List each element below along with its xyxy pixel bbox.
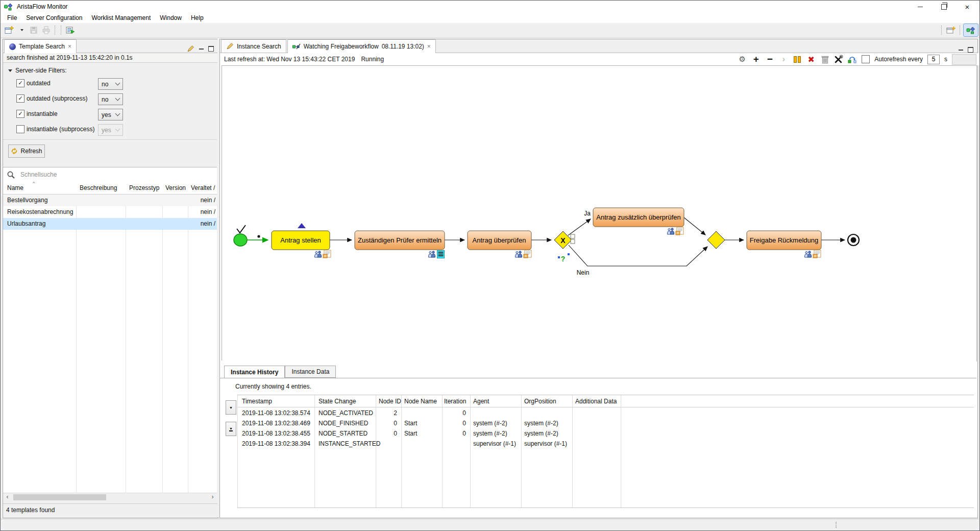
col-veraltet[interactable]: Veraltet / xyxy=(191,184,215,191)
tab-instance-data[interactable]: Instance Data xyxy=(285,366,336,378)
zoom-in-icon[interactable]: + xyxy=(751,55,761,64)
menu-worklist-management[interactable]: Worklist Management xyxy=(87,13,155,22)
status-drag-handle[interactable] xyxy=(836,522,838,528)
end-event[interactable] xyxy=(848,234,859,246)
col-version[interactable]: Version xyxy=(165,184,186,191)
col-iteration[interactable]: Iteration xyxy=(444,398,466,405)
abort-icon[interactable]: ✖ xyxy=(806,55,816,64)
gateway-xor-split[interactable]: X ? xyxy=(554,231,575,263)
window-title: AristaFlow Monitor xyxy=(17,3,67,10)
tab-close-icon[interactable]: × xyxy=(68,43,71,50)
form-icon xyxy=(524,250,531,258)
scroll-right-arrow[interactable]: › xyxy=(208,493,217,501)
agents-icon xyxy=(668,228,674,234)
instantiable-subprocess-checkbox[interactable] xyxy=(16,125,24,133)
search-pen-icon[interactable] xyxy=(187,45,194,53)
outdated-subprocess-select-value: no xyxy=(99,96,108,103)
new-dropdown-button[interactable] xyxy=(15,25,28,36)
server-side-filters-header[interactable]: Server-side Filters: xyxy=(8,67,67,74)
search-status-text: search finished at 2019-11-13 15:42:20 i… xyxy=(3,53,220,63)
node-antrag-ueberpruefen[interactable]: Antrag überprüfen xyxy=(468,231,531,258)
restore-button[interactable] xyxy=(932,1,955,13)
scrollbar-thumb[interactable] xyxy=(13,494,106,500)
tab-instance-history[interactable]: Instance History xyxy=(224,366,285,378)
history-row[interactable]: 2019-11-08 13:02:38.469 NODE_FINISHED 0 … xyxy=(238,418,974,428)
history-tab-divider xyxy=(220,378,976,378)
outdated-subprocess-select[interactable]: no xyxy=(98,93,123,105)
col-node-name[interactable]: Node Name xyxy=(404,398,437,405)
col-node-id[interactable]: Node ID xyxy=(379,398,401,405)
list-icon xyxy=(437,251,445,258)
migrate-instance-icon[interactable] xyxy=(848,55,857,64)
start-event[interactable] xyxy=(234,225,260,246)
menu-server-configuration[interactable]: Server Configuration xyxy=(21,13,87,22)
save-button[interactable] xyxy=(28,25,40,36)
maximize-view-icon[interactable] xyxy=(968,47,973,53)
node-freigabe-rueckmeldung[interactable]: Freigabe Rückmeldung xyxy=(747,231,821,258)
settings-gear-icon[interactable]: ⚙ xyxy=(738,55,747,64)
node-antrag-stellen[interactable]: Antrag stellen xyxy=(272,223,331,258)
autorefresh-interval-input[interactable] xyxy=(927,55,940,64)
col-beschreibung[interactable]: Beschreibung xyxy=(80,184,117,191)
scroll-left-arrow[interactable]: ‹ xyxy=(3,493,12,501)
col-timestamp[interactable]: Timestamp xyxy=(242,398,272,405)
table-row-reisekostenabrechnung[interactable]: Reisekostenabrechnung nein / xyxy=(3,206,217,218)
maximize-view-icon[interactable] xyxy=(208,46,214,52)
filters-separator xyxy=(3,139,217,140)
node-zustaendigen-pruefer-ermitteln[interactable]: Zuständigen Prüfer ermitteln xyxy=(355,231,445,258)
minimize-view-icon[interactable] xyxy=(199,49,204,50)
outdated-select[interactable]: no xyxy=(98,78,123,90)
new-template-search-button[interactable] xyxy=(3,25,15,36)
tab-instance-search[interactable]: Instance Search xyxy=(221,39,286,53)
node-antrag-zusaetzlich-ueberpruefen[interactable]: Antrag zusätzlich überprüfen xyxy=(593,208,684,235)
col-orgposition[interactable]: OrgPosition xyxy=(524,398,556,405)
instance-history-panel: Instance History Instance Data Currently… xyxy=(220,360,976,517)
instance-view-tabbar: Instance Search Watching Freigabeworkflo… xyxy=(220,39,977,53)
cell-state: NODE_FINISHED xyxy=(318,418,368,428)
minimize-view-icon[interactable] xyxy=(959,50,963,51)
tab-close-icon[interactable]: × xyxy=(427,43,431,50)
horizontal-scrollbar[interactable]: ‹ › xyxy=(3,493,217,502)
admin-tools-icon[interactable] xyxy=(834,55,843,64)
menu-help[interactable]: Help xyxy=(186,13,208,22)
history-row[interactable]: 2019-11-08 13:02:38.455 NODE_STARTED 0 S… xyxy=(238,428,974,439)
history-row[interactable]: 2019-11-08 13:02:38.574 NODE_ACTIVATED 2… xyxy=(238,408,974,418)
scroll-to-end-button[interactable]: ▼ xyxy=(226,422,236,436)
minimize-button[interactable] xyxy=(909,1,932,13)
menu-window[interactable]: Window xyxy=(155,13,186,22)
col-prozesstyp[interactable]: Prozesstyp xyxy=(129,184,159,191)
filter-row-instantiable-subprocess: instantiable (subprocess) yes xyxy=(3,124,217,135)
chevron-down-icon xyxy=(20,29,23,31)
table-row-bestellvorgang[interactable]: Bestellvorgang nein / xyxy=(3,195,217,206)
history-row[interactable]: 2019-11-08 13:02:38.394 INSTANCE_STARTED… xyxy=(238,439,974,449)
gateway-xor-join[interactable] xyxy=(707,231,725,249)
workflow-canvas[interactable]: Antrag stellen Zuständigen Prüfer ermitt… xyxy=(222,65,977,361)
outdated-subprocess-checkbox[interactable]: ✓ xyxy=(16,94,24,103)
cell-orgposition: system (#-2) xyxy=(524,428,558,439)
cell-agent: system (#-2) xyxy=(473,428,507,439)
pause-icon[interactable] xyxy=(793,55,802,64)
col-name[interactable]: Name xyxy=(7,184,23,191)
refresh-button[interactable]: Refresh xyxy=(8,144,45,158)
cell-agent: system (#-2) xyxy=(473,418,507,428)
menu-file[interactable]: File xyxy=(3,13,21,22)
outdated-select-value: no xyxy=(99,81,108,88)
scroll-down-button[interactable]: ▼ xyxy=(226,400,236,415)
col-additional-data[interactable]: Additional Data xyxy=(575,398,617,405)
zoom-out-icon[interactable]: − xyxy=(765,55,774,64)
print-button[interactable] xyxy=(40,25,52,36)
tab-watching-freigabeworkflow[interactable]: Watching Freigabeworkflow 08.11.19 13:02… xyxy=(287,39,436,53)
perspective-monitor-button[interactable] xyxy=(963,23,978,37)
autorefresh-checkbox[interactable] xyxy=(862,55,870,63)
search-input[interactable] xyxy=(19,171,217,179)
open-perspective-button[interactable] xyxy=(945,25,957,36)
close-button[interactable]: × xyxy=(955,1,979,13)
outdated-checkbox[interactable]: ✓ xyxy=(16,79,24,87)
tab-template-search[interactable]: Template Search × xyxy=(4,39,77,53)
col-state-change[interactable]: State Change xyxy=(318,398,356,405)
col-agent[interactable]: Agent xyxy=(473,398,489,405)
instantiable-checkbox[interactable]: ✓ xyxy=(16,110,24,118)
instantiable-select[interactable]: yes xyxy=(98,109,123,120)
open-monitor-view-button[interactable] xyxy=(64,25,77,36)
table-row-urlaubsantrag-selected[interactable]: Urlaubsantrag nein / xyxy=(3,218,217,230)
